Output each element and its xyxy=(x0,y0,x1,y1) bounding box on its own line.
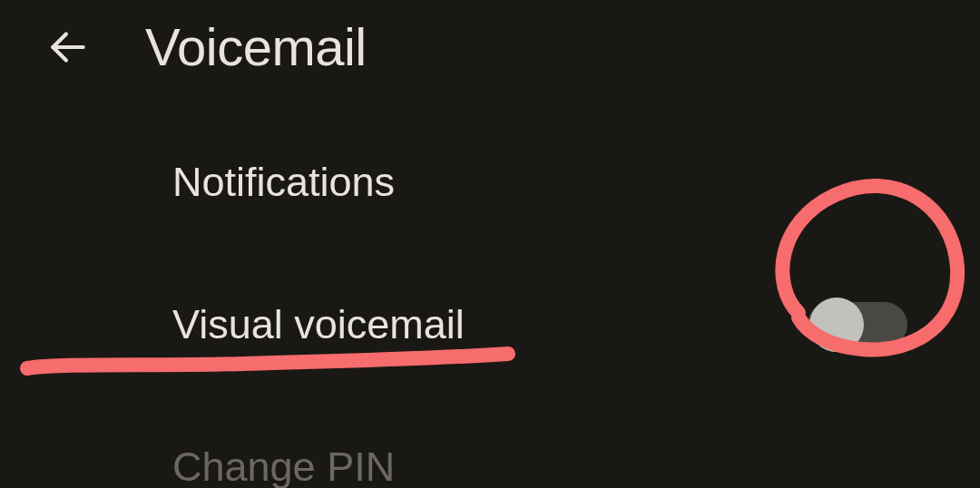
settings-label: Change PIN xyxy=(172,444,395,488)
visual-voicemail-toggle[interactable] xyxy=(808,302,907,347)
back-arrow-icon[interactable] xyxy=(45,24,91,70)
settings-list: Notifications Visual voicemail Change PI… xyxy=(0,77,980,488)
settings-item-change-pin[interactable]: Change PIN xyxy=(172,444,980,488)
settings-item-visual-voicemail[interactable]: Visual voicemail xyxy=(172,301,980,348)
header: Voicemail xyxy=(0,0,980,77)
settings-label: Notifications xyxy=(172,159,395,206)
toggle-thumb xyxy=(809,298,864,352)
settings-item-notifications[interactable]: Notifications xyxy=(172,159,980,206)
page-title: Voicemail xyxy=(145,16,367,77)
settings-label: Visual voicemail xyxy=(172,301,465,348)
